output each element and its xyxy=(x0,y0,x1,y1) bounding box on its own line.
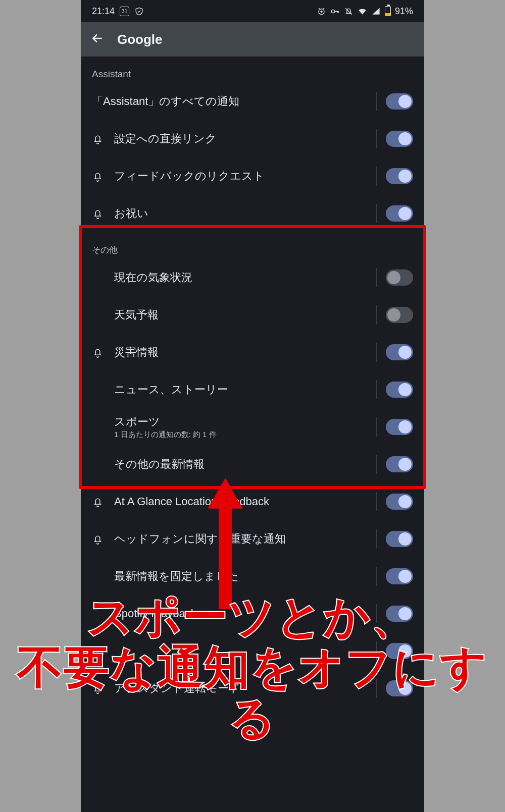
toggle-switch[interactable] xyxy=(386,494,413,510)
setting-label: 災害情報 xyxy=(114,345,367,360)
setting-row-glance-location-feedback[interactable]: At A Glance Location Feedback xyxy=(81,483,424,520)
toggle-divider xyxy=(376,417,377,437)
app-bar: Google xyxy=(81,22,424,57)
setting-row-sports[interactable]: スポーツ1 日あたりの通知の数: 約 1 件 xyxy=(81,408,424,446)
section-header: Assistant xyxy=(81,57,424,83)
toggle-switch[interactable] xyxy=(386,168,413,184)
toggle-divider xyxy=(376,92,377,111)
toggle-switch[interactable] xyxy=(386,531,413,547)
setting-row-headphone-important[interactable]: ヘッドフォンに関する重要な通知 xyxy=(81,520,424,558)
setting-label: お祝い xyxy=(114,206,367,221)
toggle-switch[interactable] xyxy=(386,307,413,323)
toggle-switch[interactable] xyxy=(386,568,413,584)
setting-row-settings-direct-link[interactable]: 設定への直接リンク xyxy=(81,120,424,157)
bell-icon xyxy=(92,208,114,220)
dnd-bell-off-icon xyxy=(344,7,354,16)
toggle-divider xyxy=(376,529,377,549)
setting-row-assistant-all[interactable]: 「Assistant」のすべての通知 xyxy=(81,83,424,120)
setting-row-feedback-request[interactable]: フィードバックのリクエスト xyxy=(81,157,424,195)
calendar-icon: 31 xyxy=(120,7,129,16)
setting-row-news-stories[interactable]: ニュース、ストーリー xyxy=(81,371,424,408)
toggle-switch[interactable] xyxy=(386,131,413,147)
toggle-switch[interactable] xyxy=(386,456,413,472)
setting-row-latest-fixed[interactable]: 最新情報を固定しました xyxy=(81,558,424,595)
toggle-switch[interactable] xyxy=(386,269,413,286)
bell-icon xyxy=(92,347,114,358)
setting-label: 「Assistant」のすべての通知 xyxy=(92,94,367,109)
setting-label: ヘッドフォンに関する重要な通知 xyxy=(114,531,367,547)
toggle-switch[interactable] xyxy=(386,344,413,360)
setting-label: At A Glance Location Feedback xyxy=(114,494,367,509)
alarm-add-icon xyxy=(317,7,326,16)
toggle-divider xyxy=(376,204,377,223)
toggle-divider xyxy=(376,380,377,399)
toggle-switch[interactable] xyxy=(386,205,413,222)
toggle-switch[interactable] xyxy=(386,382,413,398)
toggle-divider xyxy=(376,567,377,586)
bell-icon xyxy=(92,496,114,508)
svg-point-1 xyxy=(331,10,334,13)
toggle-divider xyxy=(376,305,377,324)
setting-label: スポーツ xyxy=(114,414,367,429)
setting-row-forecast[interactable]: 天気予報 xyxy=(81,296,424,334)
setting-label: ニュース、ストーリー xyxy=(114,382,367,397)
setting-label: 天気予報 xyxy=(114,307,367,322)
cellular-signal-icon xyxy=(371,7,381,16)
vpn-key-icon xyxy=(330,7,340,16)
status-time: 21:14 xyxy=(92,6,115,17)
toggle-divider xyxy=(376,492,377,511)
setting-row-disaster-info[interactable]: 災害情報 xyxy=(81,334,424,371)
page-title: Google xyxy=(117,32,163,47)
status-bar: 21:14 31 91% xyxy=(81,0,424,22)
shield-icon xyxy=(134,7,144,16)
annotation-caption-line2: 不要な通知をオフにする xyxy=(0,642,505,744)
bell-icon xyxy=(92,133,114,145)
setting-row-celebration[interactable]: お祝い xyxy=(81,195,424,232)
setting-row-current-weather[interactable]: 現在の気象状況 xyxy=(81,259,424,296)
setting-label: フィードバックのリクエスト xyxy=(114,169,367,184)
bell-icon xyxy=(92,171,114,182)
setting-label: その他の最新情報 xyxy=(114,457,367,472)
setting-label: 最新情報を固定しました xyxy=(114,569,367,584)
toggle-switch[interactable] xyxy=(386,419,413,435)
annotation-caption-line1: スポーツとか、 xyxy=(0,591,505,642)
toggle-divider xyxy=(376,268,377,287)
bell-icon xyxy=(92,533,114,545)
setting-row-other-latest[interactable]: その他の最新情報 xyxy=(81,446,424,483)
toggle-divider xyxy=(376,455,377,474)
battery-icon xyxy=(385,6,391,16)
back-arrow-icon[interactable] xyxy=(91,32,104,47)
setting-sublabel: 1 日あたりの通知の数: 約 1 件 xyxy=(114,430,367,440)
setting-label: 現在の気象状況 xyxy=(114,270,367,285)
setting-label: 設定への直接リンク xyxy=(114,131,367,146)
toggle-divider xyxy=(376,167,377,186)
toggle-divider xyxy=(376,343,377,362)
section-header: その他 xyxy=(81,232,424,259)
toggle-switch[interactable] xyxy=(386,93,413,110)
wifi-icon xyxy=(358,7,367,16)
toggle-divider xyxy=(376,129,377,148)
battery-percent: 91% xyxy=(395,6,413,17)
